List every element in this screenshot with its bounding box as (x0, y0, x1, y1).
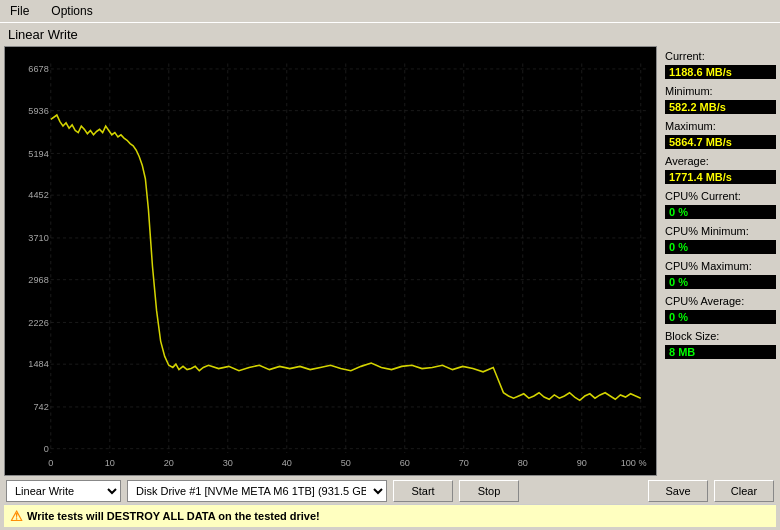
svg-text:50: 50 (341, 457, 351, 468)
bottom-controls: Linear Write Linear Read Random Write Ra… (4, 476, 776, 504)
cpu-maximum-value: 0 % (665, 275, 776, 289)
drive-dropdown[interactable]: Disk Drive #1 [NVMe META M6 1TB] (931.5 … (127, 480, 387, 502)
cpu-current-value: 0 % (665, 205, 776, 219)
current-value: 1188.6 MB/s (665, 65, 776, 79)
svg-text:5194: 5194 (28, 147, 49, 158)
test-type-dropdown[interactable]: Linear Write Linear Read Random Write Ra… (6, 480, 121, 502)
svg-text:4452: 4452 (28, 189, 48, 200)
window-title: Linear Write (4, 27, 776, 42)
content-area: MB/s 12:16 (4, 46, 776, 476)
block-size-label: Block Size: (665, 330, 776, 342)
svg-text:60: 60 (400, 457, 410, 468)
svg-text:742: 742 (33, 401, 48, 412)
menu-options[interactable]: Options (45, 2, 98, 20)
svg-text:5936: 5936 (28, 105, 48, 116)
warning-bar: ⚠ Write tests will DESTROY ALL DATA on t… (4, 504, 776, 527)
save-button[interactable]: Save (648, 480, 708, 502)
svg-text:40: 40 (282, 457, 292, 468)
warning-icon: ⚠ (10, 508, 23, 524)
current-label: Current: (665, 50, 776, 62)
average-value: 1771.4 MB/s (665, 170, 776, 184)
stop-button[interactable]: Stop (459, 480, 519, 502)
svg-text:10: 10 (105, 457, 115, 468)
chart-container: MB/s 12:16 (4, 46, 657, 476)
cpu-minimum-label: CPU% Minimum: (665, 225, 776, 237)
block-size-value: 8 MB (665, 345, 776, 359)
svg-text:100 %: 100 % (621, 457, 647, 468)
svg-text:30: 30 (223, 457, 233, 468)
menu-file[interactable]: File (4, 2, 35, 20)
main-window: Linear Write MB/s 12:16 (0, 23, 780, 530)
clear-button[interactable]: Clear (714, 480, 774, 502)
svg-text:2226: 2226 (28, 316, 48, 327)
warning-text: Write tests will DESTROY ALL DATA on the… (27, 510, 320, 522)
svg-text:3710: 3710 (28, 232, 48, 243)
svg-rect-0 (5, 47, 656, 475)
svg-text:1484: 1484 (28, 358, 49, 369)
svg-text:20: 20 (164, 457, 174, 468)
cpu-minimum-value: 0 % (665, 240, 776, 254)
svg-text:90: 90 (577, 457, 587, 468)
cpu-maximum-label: CPU% Maximum: (665, 260, 776, 272)
chart-svg: 6678 5936 5194 4452 3710 2968 2226 1484 … (5, 47, 656, 475)
svg-text:0: 0 (44, 443, 49, 454)
svg-text:2968: 2968 (28, 274, 48, 285)
maximum-value: 5864.7 MB/s (665, 135, 776, 149)
minimum-value: 582.2 MB/s (665, 100, 776, 114)
cpu-current-label: CPU% Current: (665, 190, 776, 202)
svg-text:80: 80 (518, 457, 528, 468)
svg-text:0: 0 (48, 457, 53, 468)
cpu-average-label: CPU% Average: (665, 295, 776, 307)
average-label: Average: (665, 155, 776, 167)
right-panel: Current: 1188.6 MB/s Minimum: 582.2 MB/s… (661, 46, 776, 476)
maximum-label: Maximum: (665, 120, 776, 132)
minimum-label: Minimum: (665, 85, 776, 97)
menu-bar: File Options (0, 0, 780, 23)
start-button[interactable]: Start (393, 480, 453, 502)
svg-text:6678: 6678 (28, 63, 48, 74)
svg-text:70: 70 (459, 457, 469, 468)
cpu-average-value: 0 % (665, 310, 776, 324)
